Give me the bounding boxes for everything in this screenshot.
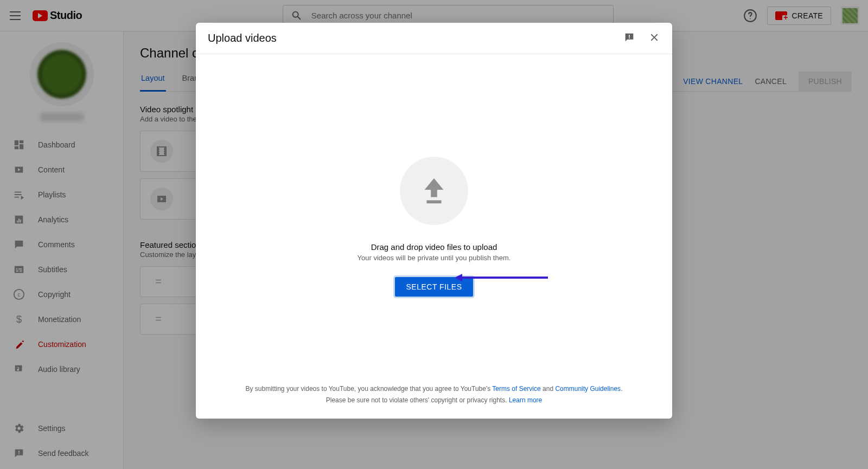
dialog-footer: By submitting your videos to YouTube, yo… <box>196 377 672 419</box>
dialog-body: Drag and drop video files to upload Your… <box>196 54 672 377</box>
send-feedback-icon[interactable] <box>623 31 635 46</box>
svg-rect-5 <box>427 200 442 203</box>
learn-more-link[interactable]: Learn more <box>509 396 542 404</box>
select-files-button[interactable]: SELECT FILES <box>395 277 473 297</box>
footer-text: By submitting your videos to YouTube, yo… <box>246 385 493 393</box>
terms-of-service-link[interactable]: Terms of Service <box>492 385 540 393</box>
dialog-title: Upload videos <box>208 32 277 44</box>
footer-text: Please be sure not to violate others' co… <box>326 396 509 404</box>
upload-videos-dialog: Upload videos Drag and drop video files … <box>196 23 672 419</box>
footer-text: and <box>541 385 556 393</box>
drop-subtitle: Your videos will be private until you pu… <box>358 254 511 262</box>
community-guidelines-link[interactable]: Community Guidelines <box>555 385 621 393</box>
dialog-header: Upload videos <box>196 23 672 54</box>
upload-arrow-icon <box>421 176 447 205</box>
drop-title: Drag and drop video files to upload <box>371 242 497 252</box>
footer-text: . <box>621 385 622 393</box>
upload-drop-zone[interactable] <box>400 157 468 225</box>
close-icon[interactable] <box>648 31 660 46</box>
